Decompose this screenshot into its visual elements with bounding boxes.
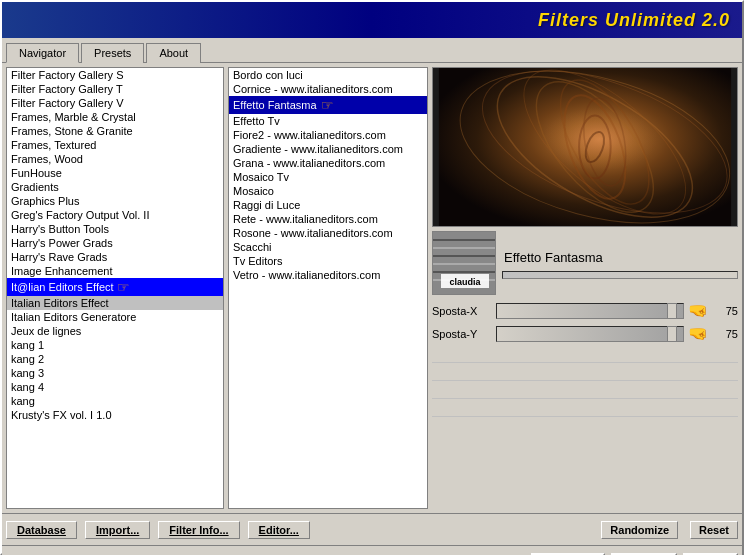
middle-item-effetto-fantasma[interactable]: Effetto Fantasma ☞ xyxy=(229,96,427,114)
slider-x-label: Sposta-X xyxy=(432,305,492,317)
database-button[interactable]: Database xyxy=(6,521,77,539)
slider-row-empty-1 xyxy=(432,345,738,363)
list-item[interactable]: Filter Factory Gallery V xyxy=(7,96,223,110)
hand-pointer-y: 🤜 xyxy=(688,324,708,343)
list-item[interactable]: Italian Editors Generatore xyxy=(7,310,223,324)
list-item[interactable]: Harry's Power Grads xyxy=(7,236,223,250)
middle-item[interactable]: Vetro - www.italianeditors.com xyxy=(229,268,427,282)
editor-button[interactable]: Editor... xyxy=(248,521,310,539)
list-item[interactable]: kang xyxy=(7,394,223,408)
preview-svg xyxy=(433,68,737,226)
slider-y-track[interactable] xyxy=(496,326,684,342)
list-item[interactable]: kang 4 xyxy=(7,380,223,394)
status-bar: Database: ICNET-Filters Filters: 3933 🤜 … xyxy=(2,545,742,555)
middle-panel: Bordo con luci Cornice - www.italianedit… xyxy=(228,67,428,509)
pointer-icon-middle: ☞ xyxy=(321,97,334,113)
middle-item[interactable]: Gradiente - www.italianeditors.com xyxy=(229,142,427,156)
filter-name-display: Effetto Fantasma xyxy=(502,248,738,267)
list-item-graphics-plus[interactable]: Graphics Plus xyxy=(7,194,223,208)
list-item[interactable]: Gradients xyxy=(7,180,223,194)
hand-pointer-x: 🤜 xyxy=(688,301,708,320)
middle-list[interactable]: Bordo con luci Cornice - www.italianedit… xyxy=(228,67,428,509)
middle-item[interactable]: Rete - www.italianeditors.com xyxy=(229,212,427,226)
svg-rect-11 xyxy=(439,68,731,226)
list-item-italian-editors[interactable]: Italian Editors Effect xyxy=(7,296,223,310)
slider-x-value: 75 xyxy=(710,305,738,317)
pointer-icon: ☞ xyxy=(117,279,130,295)
header: Filters Unlimited 2.0 xyxy=(2,2,742,38)
main-window: Filters Unlimited 2.0 Navigator Presets … xyxy=(0,0,744,555)
filter-info-button[interactable]: Filter Info... xyxy=(158,521,239,539)
middle-item[interactable]: Mosaico xyxy=(229,184,427,198)
filter-info-row: claudia Effetto Fantasma xyxy=(432,231,738,295)
content-area: Filter Factory Gallery S Filter Factory … xyxy=(2,63,742,513)
thumbnail-inner: claudia xyxy=(433,232,495,294)
slider-y-thumb[interactable] xyxy=(667,326,677,342)
slider-x-value-box: 🤜 75 xyxy=(688,301,738,320)
slider-x-thumb[interactable] xyxy=(667,303,677,319)
middle-item[interactable]: Effetto Tv xyxy=(229,114,427,128)
slider-y-value-box: 🤜 75 xyxy=(688,324,738,343)
list-item[interactable]: Frames, Stone & Granite xyxy=(7,124,223,138)
right-panel: claudia Effetto Fantasma Sposta-X xyxy=(432,67,738,509)
slider-row-empty-3 xyxy=(432,381,738,399)
list-item[interactable]: Frames, Textured xyxy=(7,138,223,152)
list-item[interactable]: Image Enhancement xyxy=(7,264,223,278)
list-item[interactable]: Jeux de lignes xyxy=(7,324,223,338)
tab-navigator[interactable]: Navigator xyxy=(6,43,79,63)
slider-row-y: Sposta-Y 🤜 75 xyxy=(432,322,738,345)
list-item[interactable]: kang 3 xyxy=(7,366,223,380)
svg-text:claudia: claudia xyxy=(449,277,481,287)
app-title: Filters Unlimited 2.0 xyxy=(538,10,730,31)
tab-presets[interactable]: Presets xyxy=(81,43,144,63)
slider-x-track[interactable] xyxy=(496,303,684,319)
tabs-row: Navigator Presets About xyxy=(2,38,742,63)
sliders-area: Sposta-X 🤜 75 Sposta-Y 🤜 xyxy=(432,299,738,509)
slider-y-label: Sposta-Y xyxy=(432,328,492,340)
randomize-button[interactable]: Randomize xyxy=(601,521,678,539)
list-item[interactable]: Harry's Button Tools xyxy=(7,222,223,236)
middle-item[interactable]: Raggi di Luce xyxy=(229,198,427,212)
middle-item[interactable]: Scacchi xyxy=(229,240,427,254)
thumbnail-box: claudia xyxy=(432,231,496,295)
list-item[interactable]: Greg's Factory Output Vol. II xyxy=(7,208,223,222)
slider-row-empty-4 xyxy=(432,399,738,417)
list-item[interactable]: FunHouse xyxy=(7,166,223,180)
middle-item[interactable]: Grana - www.italianeditors.com xyxy=(229,156,427,170)
list-item[interactable]: kang 2 xyxy=(7,352,223,366)
list-item[interactable]: Frames, Marble & Crystal xyxy=(7,110,223,124)
filter-name-box: Effetto Fantasma xyxy=(502,248,738,279)
middle-item[interactable]: Cornice - www.italianeditors.com xyxy=(229,82,427,96)
list-item[interactable]: Filter Factory Gallery T xyxy=(7,82,223,96)
import-button[interactable]: Import... xyxy=(85,521,150,539)
middle-item-tv-editors[interactable]: Tv Editors xyxy=(229,254,427,268)
thumbnail-svg: claudia xyxy=(433,232,496,295)
list-item-italian-editors-selected[interactable]: It@lian Editors Effect ☞ xyxy=(7,278,223,296)
list-item[interactable]: Frames, Wood xyxy=(7,152,223,166)
preview-image xyxy=(432,67,738,227)
slider-y-value: 75 xyxy=(710,328,738,340)
progress-bar xyxy=(502,271,738,279)
reset-button[interactable]: Reset xyxy=(690,521,738,539)
list-item[interactable]: Filter Factory Gallery S xyxy=(7,68,223,82)
list-item[interactable]: Krusty's FX vol. I 1.0 xyxy=(7,408,223,422)
tab-about[interactable]: About xyxy=(146,43,201,63)
slider-row-empty-2 xyxy=(432,363,738,381)
bottom-toolbar: Database Import... Filter Info... Editor… xyxy=(2,513,742,545)
middle-item[interactable]: Rosone - www.italianeditors.com xyxy=(229,226,427,240)
middle-item[interactable]: Bordo con luci xyxy=(229,68,427,82)
list-item[interactable]: Harry's Rave Grads xyxy=(7,250,223,264)
middle-item[interactable]: Fiore2 - www.italianeditors.com xyxy=(229,128,427,142)
left-panel[interactable]: Filter Factory Gallery S Filter Factory … xyxy=(6,67,224,509)
middle-item[interactable]: Mosaico Tv xyxy=(229,170,427,184)
list-item[interactable]: kang 1 xyxy=(7,338,223,352)
slider-row-x: Sposta-X 🤜 75 xyxy=(432,299,738,322)
